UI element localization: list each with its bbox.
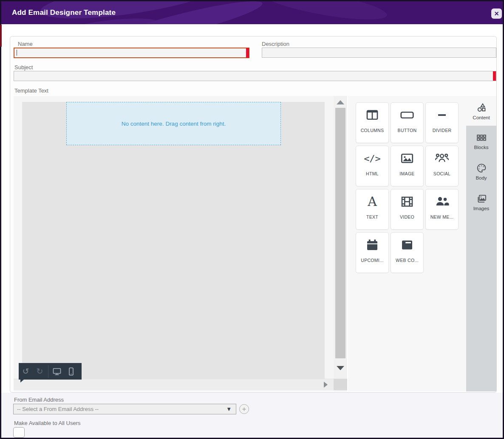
add-email-template-modal: Add Email Designer Template ✕ Name Descr… [1,1,503,438]
block-tile-text[interactable]: A TEXT [356,189,389,230]
plus-icon: + [242,405,246,413]
block-tile-button[interactable]: BUTTON [391,102,424,143]
designer-canvas-area: No content here. Drag content from right… [14,96,334,391]
email-canvas[interactable]: No content here. Drag content from right… [22,102,325,379]
scroll-up-arrow[interactable] [337,100,344,104]
block-tile-video[interactable]: VIDEO [391,189,424,230]
subject-input[interactable] [14,71,496,81]
undo-button[interactable]: ↺ [19,363,33,380]
block-tile-divider[interactable]: DIVIDER [425,102,459,143]
subject-field-wrap [14,71,496,81]
content-blocks-panel: COLUMNS BUTTON D [348,96,466,391]
modal-title: Add Email Designer Template [12,8,116,17]
scrollbar-thumb[interactable] [335,108,345,358]
email-designer: No content here. Drag content from right… [14,96,496,391]
name-input[interactable] [14,48,249,58]
window-edge-artifact [0,25,2,47]
form-container: Name Description Subject Template Text N… [10,36,497,393]
tab-images[interactable]: Images [466,187,496,217]
undo-icon: ↺ [23,367,29,375]
block-tile-social[interactable]: SOCIAL [425,146,459,186]
name-label: Name [18,41,33,47]
name-field-wrap [14,48,249,58]
html-icon: </> [364,146,381,171]
desktop-preview-button[interactable] [50,363,64,380]
from-email-selected-value: -- Select a From Email Address -- [14,406,226,412]
redo-icon: ↻ [37,367,43,375]
required-indicator [493,71,496,81]
content-icon [476,102,487,114]
header-brush-decoration [260,1,389,24]
designer-tab-strip: Content Blocks [466,96,496,391]
tab-content[interactable]: Content [466,96,496,126]
upcoming-icon [365,233,380,257]
chevron-down-icon: ▼ [226,406,236,412]
canvas-toolbar: ↺ ↻ [19,363,82,380]
description-field-wrap [262,48,496,58]
scroll-right-arrow[interactable] [324,382,328,388]
required-indicator [246,48,249,58]
body-icon [476,162,487,174]
close-icon[interactable]: ✕ [491,8,502,19]
content-drop-zone[interactable]: No content here. Drag content from right… [66,102,281,145]
mobile-icon [66,366,76,377]
block-tile-new-member[interactable]: NEW ME... [425,189,459,230]
make-available-label: Make Available to All Users [14,420,81,426]
modal-header: Add Email Designer Template ✕ [1,1,503,24]
images-icon [476,193,487,205]
columns-icon [365,103,380,127]
new-member-icon [434,189,450,214]
desktop-icon [52,366,62,377]
template-text-label: Template Text [14,87,48,94]
redo-button[interactable]: ↻ [33,363,47,380]
block-tile-html[interactable]: </> HTML [356,146,389,186]
scroll-down-arrow[interactable] [337,366,344,370]
horizontal-scrollbar[interactable] [14,379,334,390]
web-content-icon [399,233,415,257]
footer-section [1,393,503,438]
tab-blocks[interactable]: Blocks [466,126,496,155]
subject-label: Subject [14,64,33,70]
text-cursor [17,50,17,56]
from-email-select[interactable]: -- Select a From Email Address -- ▼ [13,404,236,414]
description-input[interactable] [262,48,496,58]
block-tile-upcoming[interactable]: UPCOMI... [356,232,389,273]
make-available-checkbox[interactable] [13,427,25,438]
social-icon [434,146,450,171]
drop-zone-message: No content here. Drag content from right… [122,121,226,127]
from-email-label: From Email Address [14,397,64,403]
block-tile-image[interactable]: IMAGE [391,146,424,186]
scrollbar-corner [334,379,347,390]
tab-body[interactable]: Body [466,156,496,186]
toolbar-divider [48,365,48,378]
description-label: Description [262,41,289,47]
video-icon [399,189,415,214]
button-icon [399,103,415,127]
vertical-scrollbar[interactable] [334,96,347,391]
add-from-email-button[interactable]: + [239,404,249,414]
mobile-preview-button[interactable] [64,363,78,380]
image-icon [399,146,415,171]
divider-icon [434,103,450,127]
text-icon: A [368,189,377,214]
block-tile-web-content[interactable]: WEB CO... [391,232,424,273]
blocks-icon [476,132,487,144]
scrollbar-track[interactable] [334,96,347,379]
block-tile-columns[interactable]: COLUMNS [356,102,389,143]
